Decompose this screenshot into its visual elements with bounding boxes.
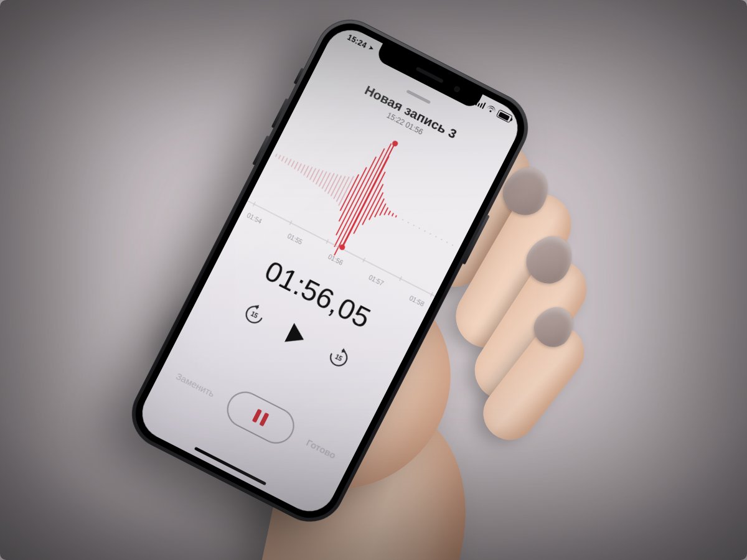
svg-line-10 <box>307 167 312 177</box>
svg-line-13 <box>316 170 323 184</box>
svg-line-5 <box>291 161 294 167</box>
wifi-icon <box>486 105 496 114</box>
svg-line-52 <box>400 276 402 281</box>
svg-line-23 <box>339 168 367 222</box>
svg-line-50 <box>326 239 329 243</box>
svg-point-37 <box>402 219 404 221</box>
skip-forward-15-button[interactable]: 15 <box>324 343 353 372</box>
svg-line-34 <box>388 212 390 215</box>
svg-line-16 <box>325 174 334 192</box>
svg-line-36 <box>396 216 397 217</box>
svg-line-9 <box>304 166 308 175</box>
svg-line-6 <box>294 162 298 169</box>
svg-point-39 <box>413 225 415 226</box>
screen: 15:24 ➤ Новая запись 3 15:22 01:56 <box>133 21 527 520</box>
svg-line-18 <box>331 176 341 196</box>
svg-line-17 <box>328 175 337 194</box>
svg-line-7 <box>298 164 301 170</box>
front-camera <box>453 85 461 93</box>
svg-line-33 <box>384 208 387 215</box>
play-button[interactable] <box>284 323 309 349</box>
svg-line-51 <box>363 258 365 262</box>
location-services-icon: ➤ <box>368 44 375 52</box>
pause-icon <box>252 409 270 427</box>
svg-line-2 <box>282 157 284 161</box>
svg-point-44 <box>441 239 443 241</box>
svg-point-41 <box>424 230 426 232</box>
svg-line-14 <box>319 172 327 186</box>
replace-button[interactable]: Заменить <box>174 370 217 399</box>
svg-line-49 <box>289 220 292 225</box>
svg-point-42 <box>430 233 431 235</box>
svg-line-48 <box>253 202 255 207</box>
svg-line-26 <box>334 144 391 254</box>
svg-line-28 <box>354 172 385 233</box>
svg-line-15 <box>322 173 331 189</box>
status-time: 15:24 <box>346 33 369 50</box>
sheet-grabber[interactable] <box>406 90 431 105</box>
svg-line-35 <box>392 213 393 216</box>
svg-line-4 <box>288 159 291 165</box>
svg-point-45 <box>446 241 448 243</box>
svg-point-43 <box>435 236 437 238</box>
battery-icon <box>496 109 513 123</box>
svg-point-46 <box>452 245 454 246</box>
svg-line-29 <box>362 185 383 225</box>
svg-line-53 <box>431 292 433 297</box>
done-button[interactable]: Готово <box>305 437 338 460</box>
svg-line-1 <box>279 156 281 159</box>
svg-line-8 <box>301 165 304 172</box>
svg-line-21 <box>339 177 354 205</box>
svg-point-38 <box>407 222 409 223</box>
iphone-device: 15:24 ➤ Новая запись 3 15:22 01:56 <box>120 7 540 533</box>
skip-back-15-button[interactable]: 15 <box>240 301 269 329</box>
svg-line-24 <box>336 157 376 235</box>
svg-line-0 <box>276 154 277 157</box>
svg-point-40 <box>418 227 420 229</box>
svg-line-31 <box>375 199 384 217</box>
svg-line-3 <box>285 158 288 162</box>
svg-line-25 <box>334 149 384 246</box>
pause-recording-button[interactable] <box>221 386 301 450</box>
